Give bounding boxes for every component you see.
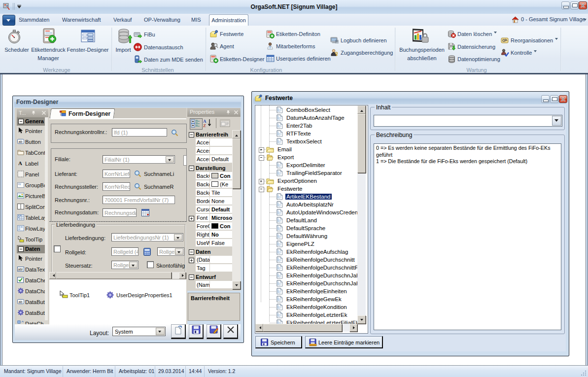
svg-text:A: A: [18, 160, 22, 166]
svg-text:ab: ab: [19, 140, 23, 143]
svg-text:Z: Z: [203, 123, 206, 128]
svg-text:abl: abl: [18, 268, 23, 271]
svg-text:xy: xy: [18, 182, 21, 185]
svg-text:ab: ab: [19, 300, 23, 304]
